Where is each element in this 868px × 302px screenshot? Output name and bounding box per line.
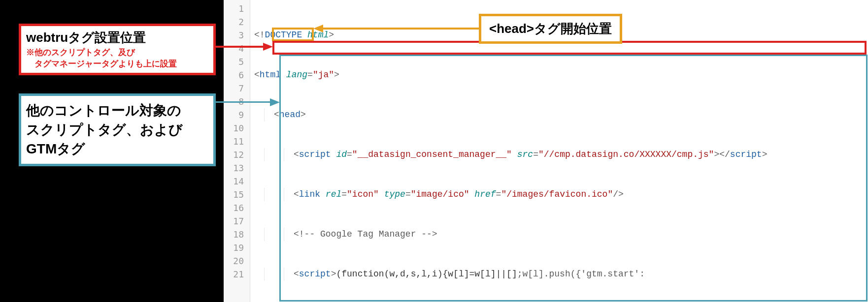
code-line: <html lang="ja"> bbox=[250, 68, 868, 82]
arrow-orange-head-icon bbox=[313, 25, 323, 32]
code-area[interactable]: <!DOCTYPE html> <html lang="ja"> <head> … bbox=[250, 0, 868, 302]
line-number: 11 bbox=[224, 135, 250, 148]
arrow-orange-line bbox=[321, 28, 479, 30]
line-number: 7 bbox=[224, 82, 250, 95]
line-number: 16 bbox=[224, 201, 250, 214]
callout-title: 他のコントロール対象のスクリプトタグ、およびGTMタグ bbox=[26, 101, 208, 159]
line-number: 12 bbox=[224, 148, 250, 161]
callout-webtru-position: webtruタグ設置位置 ※他のスクリプトタグ、及び タグマネージャータグよりも… bbox=[19, 24, 216, 75]
code-line: <head> bbox=[250, 108, 868, 121]
callout-title: <head>タグ開始位置 bbox=[489, 20, 612, 37]
line-number: 20 bbox=[224, 254, 250, 268]
line-number: 14 bbox=[224, 175, 250, 188]
arrow-teal-head-icon bbox=[270, 98, 280, 106]
line-number: 3 bbox=[224, 29, 250, 42]
line-number: 13 bbox=[224, 161, 250, 175]
line-number: 2 bbox=[224, 15, 250, 29]
line-number: 9 bbox=[224, 108, 250, 121]
line-number: 17 bbox=[224, 214, 250, 228]
callout-head-position: <head>タグ開始位置 bbox=[479, 14, 622, 44]
code-editor: 1 2 3 4 5 6 7 8 9 10 11 12 13 14 15 16 1… bbox=[224, 0, 868, 302]
arrow-red-line bbox=[216, 46, 265, 48]
line-number: 19 bbox=[224, 241, 250, 254]
line-number: 5 bbox=[224, 55, 250, 68]
callout-other-scripts: 他のコントロール対象のスクリプトタグ、およびGTMタグ bbox=[19, 93, 216, 166]
line-number: 4 bbox=[224, 42, 250, 55]
line-number: 10 bbox=[224, 121, 250, 135]
line-number: 21 bbox=[224, 268, 250, 281]
line-number: 6 bbox=[224, 68, 250, 82]
callout-title: webtruタグ設置位置 bbox=[26, 29, 208, 46]
callout-note: ※他のスクリプトタグ、及び タグマネージャータグよりも上に設置 bbox=[26, 47, 208, 70]
code-line: <link rel="icon" type="image/ico" href="… bbox=[250, 188, 868, 201]
line-number: 1 bbox=[224, 2, 250, 15]
code-line: <script id="__datasign_consent_manager__… bbox=[250, 148, 868, 161]
line-number: 18 bbox=[224, 228, 250, 241]
arrow-red-head-icon bbox=[263, 43, 273, 51]
arrow-teal-line bbox=[216, 101, 272, 103]
line-number: 15 bbox=[224, 188, 250, 201]
code-line: <script>(function(w,d,s,l,i){w[l]=w[l]||… bbox=[250, 268, 868, 281]
code-line: <!-- Google Tag Manager --> bbox=[250, 228, 868, 241]
